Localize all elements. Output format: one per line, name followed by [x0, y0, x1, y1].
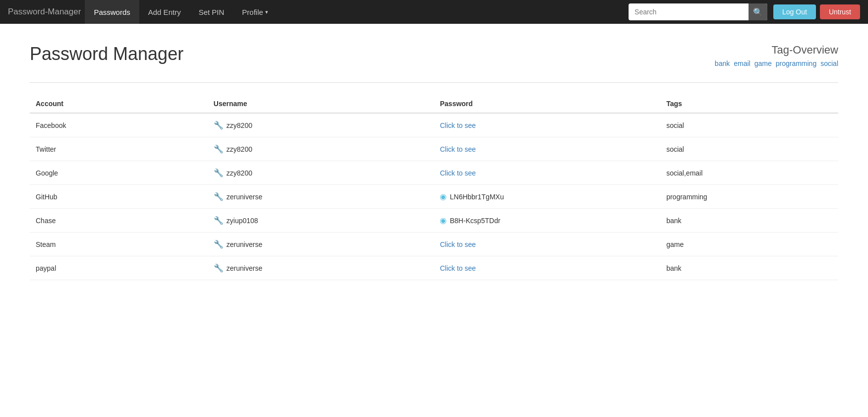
cell-password: Click to see	[434, 256, 660, 280]
cell-password: Click to see	[434, 233, 660, 256]
cell-tags: social	[660, 137, 838, 161]
col-header-username: Username	[208, 95, 434, 113]
nav-set-pin[interactable]: Set PIN	[190, 0, 233, 24]
eye-icon[interactable]: ◉	[440, 192, 447, 201]
edit-icon[interactable]: 🔧	[214, 144, 224, 154]
click-to-see-link[interactable]: Click to see	[440, 121, 475, 129]
click-to-see-link[interactable]: Click to see	[440, 240, 475, 248]
search-button[interactable]: 🔍	[749, 3, 767, 20]
username-text: zeruniverse	[227, 264, 262, 272]
passwords-table: Account Username Password Tags Facebook🔧…	[30, 95, 838, 280]
cell-username: 🔧zeruniverse	[208, 256, 434, 280]
edit-icon[interactable]: 🔧	[214, 263, 224, 273]
cell-account: Google	[30, 161, 208, 185]
cell-account: paypal	[30, 256, 208, 280]
edit-icon[interactable]: 🔧	[214, 120, 224, 130]
table-row: Google🔧zzy8200Click to seesocial,email	[30, 161, 838, 185]
nav-passwords[interactable]: Passwords	[85, 0, 139, 24]
cell-password: Click to see	[434, 113, 660, 137]
table-row: Chase🔧zyiup0108◉B8H-Kcsp5TDdrbank	[30, 209, 838, 233]
table-header: Account Username Password Tags	[30, 95, 838, 113]
table-row: GitHub🔧zeruniverse◉LN6Hbbr1TgMXuprogramm…	[30, 185, 838, 209]
profile-dropdown-icon: ▾	[265, 9, 268, 15]
search-input[interactable]	[629, 3, 749, 20]
table-row: Steam🔧zeruniverseClick to seegame	[30, 233, 838, 256]
untrust-button[interactable]: Untrust	[820, 4, 860, 19]
cell-username: 🔧zyiup0108	[208, 209, 434, 233]
col-header-tags: Tags	[660, 95, 838, 113]
cell-tags: game	[660, 233, 838, 256]
username-text: zzy8200	[227, 169, 252, 177]
table-row: Twitter🔧zzy8200Click to seesocial	[30, 137, 838, 161]
edit-icon[interactable]: 🔧	[214, 216, 224, 225]
cell-account: Chase	[30, 209, 208, 233]
table-row: paypal🔧zeruniverseClick to seebank	[30, 256, 838, 280]
search-icon: 🔍	[753, 7, 763, 17]
cell-username: 🔧zzy8200	[208, 113, 434, 137]
edit-icon[interactable]: 🔧	[214, 239, 224, 249]
password-text: LN6Hbbr1TgMXu	[450, 193, 504, 201]
cell-account: Twitter	[30, 137, 208, 161]
cell-username: 🔧zeruniverse	[208, 185, 434, 209]
edit-icon[interactable]: 🔧	[214, 192, 224, 201]
col-header-password: Password	[434, 95, 660, 113]
cell-tags: bank	[660, 256, 838, 280]
edit-icon[interactable]: 🔧	[214, 168, 224, 178]
cell-password: Click to see	[434, 137, 660, 161]
cell-password: ◉LN6Hbbr1TgMXu	[434, 185, 660, 209]
cell-username: 🔧zzy8200	[208, 137, 434, 161]
cell-password: Click to see	[434, 161, 660, 185]
cell-password: ◉B8H-Kcsp5TDdr	[434, 209, 660, 233]
cell-username: 🔧zzy8200	[208, 161, 434, 185]
cell-account: GitHub	[30, 185, 208, 209]
page-header: Password Manager Tag-Overview bank email…	[30, 44, 838, 67]
click-to-see-link[interactable]: Click to see	[440, 264, 475, 272]
cell-tags: programming	[660, 185, 838, 209]
nav-add-entry[interactable]: Add Entry	[139, 0, 190, 24]
username-text: zyiup0108	[227, 217, 258, 225]
cell-account: Steam	[30, 233, 208, 256]
tag-bank[interactable]: bank	[715, 60, 730, 67]
password-text: B8H-Kcsp5TDdr	[450, 217, 500, 225]
divider	[30, 82, 838, 83]
username-text: zzy8200	[227, 121, 252, 129]
username-text: zeruniverse	[227, 240, 262, 248]
table-body: Facebook🔧zzy8200Click to seesocialTwitte…	[30, 113, 838, 280]
navbar: Password-Manager Passwords Add Entry Set…	[0, 0, 868, 24]
username-text: zeruniverse	[227, 193, 262, 201]
nav-brand: Password-Manager	[8, 7, 81, 17]
cell-tags: bank	[660, 209, 838, 233]
tag-links: bank email game programming social	[715, 60, 838, 67]
logout-button[interactable]: Log Out	[773, 4, 816, 19]
cell-username: 🔧zeruniverse	[208, 233, 434, 256]
click-to-see-link[interactable]: Click to see	[440, 145, 475, 153]
cell-tags: social	[660, 113, 838, 137]
page-title: Password Manager	[30, 44, 183, 64]
nav-profile[interactable]: Profile ▾	[233, 0, 277, 24]
click-to-see-link[interactable]: Click to see	[440, 169, 475, 177]
table-row: Facebook🔧zzy8200Click to seesocial	[30, 113, 838, 137]
tag-social[interactable]: social	[820, 60, 838, 67]
tag-game[interactable]: game	[754, 60, 772, 67]
eye-icon[interactable]: ◉	[440, 216, 447, 225]
username-text: zzy8200	[227, 145, 252, 153]
tag-programming[interactable]: programming	[776, 60, 816, 67]
tag-overview-block: Tag-Overview bank email game programming…	[715, 44, 838, 67]
tag-email[interactable]: email	[734, 60, 750, 67]
col-header-account: Account	[30, 95, 208, 113]
cell-tags: social,email	[660, 161, 838, 185]
search-wrapper: 🔍	[629, 3, 767, 20]
tag-overview-title: Tag-Overview	[715, 44, 838, 57]
cell-account: Facebook	[30, 113, 208, 137]
main-content: Password Manager Tag-Overview bank email…	[0, 24, 868, 310]
